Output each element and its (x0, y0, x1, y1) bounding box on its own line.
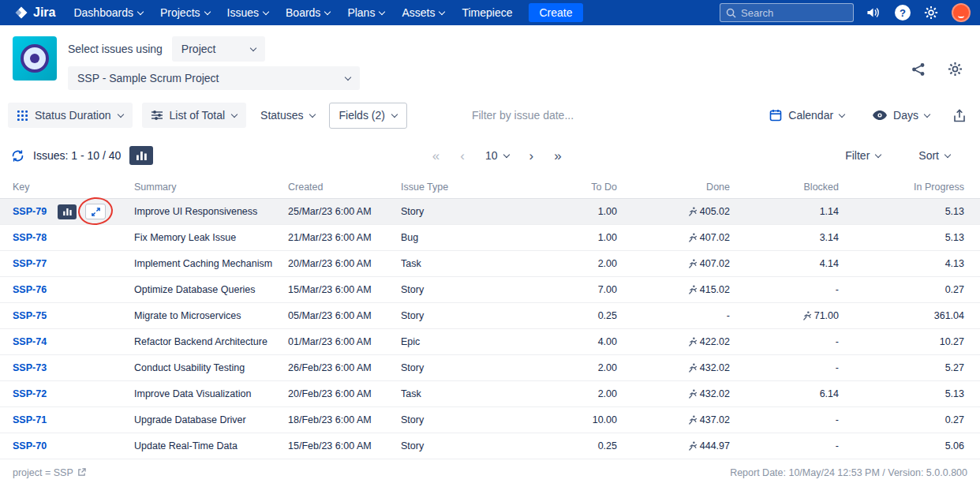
issue-type-cell: Story (401, 310, 505, 321)
expand-icon[interactable] (85, 204, 106, 219)
table-row[interactable]: SSP-78 Fix Memory Leak Issue 21/Mar/23 6… (0, 225, 980, 251)
table-row[interactable]: SSP-75 Migrate to Microservices 05/Mar/2… (0, 303, 980, 329)
refresh-icon[interactable] (11, 149, 24, 163)
todo-cell: 1.00 (505, 232, 617, 243)
runner-icon (688, 363, 697, 373)
column-header-to-do[interactable]: To Do (505, 182, 617, 193)
table-row[interactable]: SSP-77 Implement Caching Mechanism 20/Ma… (0, 251, 980, 277)
page-size-value: 10 (485, 149, 498, 162)
issue-key-link[interactable]: SSP-74 (13, 336, 47, 347)
pagination-left: Issues: 1 - 10 / 40 (11, 146, 153, 165)
column-header-in-progress[interactable]: In Progress (839, 182, 964, 193)
issue-key-link[interactable]: SSP-70 (13, 440, 47, 451)
issue-key-link[interactable]: SSP-75 (13, 310, 47, 321)
bar-chart-icon (63, 208, 72, 215)
nav-item-label: Timepiece (462, 6, 512, 19)
in-progress-cell: 4.13 (839, 258, 964, 269)
calendar-label: Calendar (788, 109, 833, 122)
todo-cell: 1.00 (505, 206, 617, 217)
jira-logo[interactable]: Jira (14, 6, 55, 20)
nav-item-issues[interactable]: Issues (219, 0, 277, 25)
user-avatar[interactable] (952, 3, 971, 22)
created-cell: 15/Feb/23 6:00 AM (288, 440, 401, 451)
column-header-done[interactable]: Done (617, 182, 730, 193)
jql-query-link[interactable]: project = SSP (13, 467, 86, 478)
issue-key-link[interactable]: SSP-71 (13, 414, 47, 425)
share-icon[interactable] (911, 62, 926, 77)
filter-dropdown[interactable]: Filter (840, 149, 885, 162)
chevron-down-icon (250, 44, 256, 51)
table-row[interactable]: SSP-74 Refactor Backend Architecture 01/… (0, 329, 980, 355)
prev-page-button[interactable]: ‹ (460, 149, 465, 163)
sort-dropdown[interactable]: Sort (914, 149, 955, 162)
issue-type-cell: Task (401, 258, 505, 269)
row-chart-button[interactable] (58, 204, 77, 219)
done-cell: 422.02 (617, 336, 730, 347)
key-cell: SSP-79 (13, 204, 134, 219)
column-header-key[interactable]: Key (13, 182, 134, 193)
export-icon[interactable] (953, 109, 966, 122)
page-size-dropdown[interactable]: 10 (485, 149, 509, 162)
issue-key-link[interactable]: SSP-73 (13, 362, 47, 373)
calendar-dropdown[interactable]: Calendar (765, 109, 849, 122)
nav-item-projects[interactable]: Projects (151, 0, 219, 25)
pagination-controls: « ‹ 10 › » (153, 149, 840, 163)
table-row[interactable]: SSP-79 Improve UI Responsiveness (0, 199, 980, 225)
nav-item-boards[interactable]: Boards (277, 0, 339, 25)
issue-key-link[interactable]: SSP-77 (13, 258, 47, 269)
nav-search-box[interactable] (720, 3, 854, 22)
table-row[interactable]: SSP-70 Update Real-Time Data 15/Feb/23 6… (0, 433, 980, 459)
create-button[interactable]: Create (529, 3, 582, 22)
search-input[interactable] (741, 7, 847, 19)
column-header-created[interactable]: Created (288, 182, 401, 193)
in-progress-cell: 361.04 (839, 310, 964, 321)
todo-cell: 0.25 (505, 310, 617, 321)
nav-item-plans[interactable]: Plans (339, 0, 393, 25)
statuses-dropdown[interactable]: Statuses (256, 109, 319, 122)
key-cell: SSP-75 (13, 310, 134, 321)
chevron-down-icon (137, 8, 144, 14)
settings-gear-icon[interactable] (924, 6, 938, 20)
column-header-issue-type[interactable]: Issue Type (401, 182, 505, 193)
issue-key-link[interactable]: SSP-78 (13, 232, 47, 243)
nav-item-assets[interactable]: Assets (393, 0, 453, 25)
report-type-dropdown[interactable]: Status Duration (8, 103, 133, 128)
first-page-button[interactable]: « (432, 149, 440, 163)
issue-key-link[interactable]: SSP-79 (13, 206, 47, 217)
next-page-button[interactable]: › (529, 149, 534, 163)
issue-date-filter-input[interactable] (472, 109, 608, 122)
project-dropdown[interactable]: SSP - Sample Scrum Project (68, 66, 360, 90)
fields-dropdown[interactable]: Fields (2) (329, 103, 407, 129)
issue-table-body: SSP-79 Improve UI Responsiveness (0, 199, 980, 459)
chart-view-button[interactable] (129, 146, 153, 165)
nav-item-dashboards[interactable]: Dashboards (65, 0, 151, 25)
table-row[interactable]: SSP-71 Upgrade Database Driver 18/Feb/23… (0, 407, 980, 433)
runner-icon (688, 285, 697, 294)
announcement-icon[interactable] (866, 6, 881, 19)
chevron-down-icon (924, 111, 930, 117)
column-header-summary[interactable]: Summary (134, 182, 288, 193)
issue-source-dropdown[interactable]: Project (172, 36, 265, 62)
report-settings-gear-icon[interactable] (948, 62, 963, 77)
issue-key-link[interactable]: SSP-72 (13, 388, 47, 399)
in-progress-cell: 0.27 (839, 414, 964, 425)
table-row[interactable]: SSP-72 Improve Data Visualization 20/Feb… (0, 381, 980, 407)
runner-icon (688, 337, 697, 347)
help-icon[interactable]: ? (895, 5, 911, 21)
list-mode-dropdown[interactable]: List of Total (142, 103, 247, 128)
table-row[interactable]: SSP-73 Conduct Usability Testing 26/Feb/… (0, 355, 980, 381)
unit-dropdown[interactable]: Days (868, 109, 934, 122)
last-page-button[interactable]: » (554, 149, 561, 163)
table-row[interactable]: SSP-76 Optimize Database Queries 15/Mar/… (0, 277, 980, 303)
top-navigation-bar: Jira Dashboards Projects Issues Boards P… (0, 0, 980, 25)
issue-key-link[interactable]: SSP-76 (13, 284, 47, 295)
nav-item-timepiece[interactable]: Timepiece (453, 0, 521, 25)
in-progress-cell: 5.27 (839, 362, 964, 373)
in-progress-cell: 10.27 (839, 336, 964, 347)
column-header-blocked[interactable]: Blocked (730, 182, 839, 193)
chevron-down-icon (324, 8, 331, 14)
key-cell: SSP-74 (13, 336, 134, 347)
created-cell: 15/Mar/23 6:00 AM (288, 284, 401, 295)
todo-cell: 4.00 (505, 336, 617, 347)
nav-menu: Dashboards Projects Issues Boards Plans … (65, 0, 521, 25)
